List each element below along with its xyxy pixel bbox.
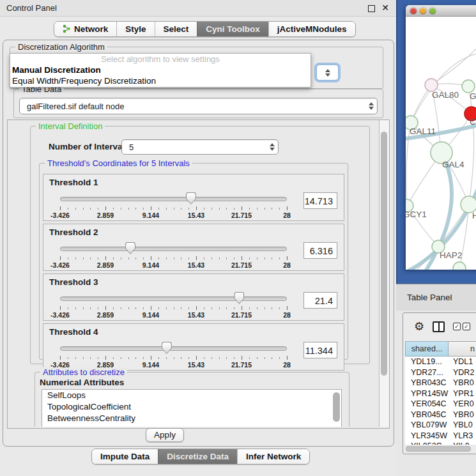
- select-columns-icon[interactable]: ✓ ✓: [453, 323, 470, 330]
- table-data-combobox[interactable]: galFiltered.sif default node: [19, 98, 378, 114]
- table-row[interactable]: YIL052CYIL0: [405, 441, 476, 445]
- slider-thumb[interactable]: [162, 342, 172, 354]
- list-scrollbar[interactable]: [333, 392, 340, 422]
- network-edge[interactable]: [431, 43, 476, 85]
- cell-shared-name: YDR27...: [405, 367, 449, 378]
- slider-track[interactable]: [60, 346, 287, 351]
- network-canvas-svg: GAL80GACGAL11GAL4GCY1HHAP2: [406, 17, 476, 270]
- horizontal-scrollbar-thumb[interactable]: [406, 446, 471, 452]
- minimize-traffic-light[interactable]: [420, 8, 426, 14]
- close-icon[interactable]: ✕: [381, 3, 389, 13]
- threshold-value-field[interactable]: 11.344: [303, 342, 337, 358]
- apply-button[interactable]: Apply: [146, 428, 184, 442]
- numerical-attributes-list[interactable]: SelfLoopsTopologicalCoefficientBetweenne…: [42, 389, 342, 427]
- node-label-hap2: HAP2: [440, 250, 462, 260]
- threshold-value-field[interactable]: 21.4: [303, 292, 337, 309]
- checkbox-icon: ✓: [453, 323, 461, 330]
- threshold-slider[interactable]: -3.4262.8599.14415.4321.71528: [60, 341, 287, 369]
- slider-thumb[interactable]: [234, 292, 244, 304]
- dropdown-item-manual-discretization[interactable]: Manual Discretization: [10, 65, 311, 75]
- number-of-intervals-combobox[interactable]: 5: [121, 139, 279, 155]
- slider-thumb[interactable]: [125, 242, 135, 254]
- network-view-window[interactable]: GAL80GACGAL11GAL4GCY1HHAP2: [406, 5, 476, 270]
- network-node[interactable]: [453, 262, 466, 270]
- cell-shared-name: YBL079W: [405, 420, 449, 431]
- tab-jactivemnodules[interactable]: jActiveMNodules: [268, 22, 355, 36]
- tab-style[interactable]: Style: [116, 22, 154, 36]
- tab-label: Impute Data: [100, 452, 150, 461]
- combo-arrows-icon: [266, 143, 278, 151]
- table-row[interactable]: YLR345WYLR3: [405, 431, 476, 441]
- bottom-tab-bar: Impute DataDiscretize DataInfer Network: [91, 449, 310, 464]
- tab-discretize-data[interactable]: Discretize Data: [158, 449, 237, 464]
- column-header-shared-name[interactable]: shared...: [405, 341, 449, 357]
- network-node[interactable]: [425, 79, 438, 91]
- column-header-name[interactable]: n: [449, 341, 476, 357]
- network-canvas[interactable]: GAL80GACGAL11GAL4GCY1HHAP2: [406, 17, 476, 270]
- combo-arrows-icon: [365, 102, 377, 110]
- tab-cyni-toolbox[interactable]: Cyni Toolbox: [197, 22, 268, 36]
- attribute-item-selfloops[interactable]: SelfLoops: [42, 390, 341, 401]
- threshold-panel: Threshold 3 -3.4262.8599.14415.4321.7152…: [43, 273, 344, 321]
- network-window-titlebar[interactable]: [406, 5, 476, 17]
- table-row[interactable]: YPR145WYPR1: [405, 388, 476, 399]
- split-view-icon[interactable]: [433, 321, 445, 332]
- interval-definition-group: Interval Definition Number of Intervals …: [30, 126, 370, 364]
- slider-tick-labels: -3.4262.8599.14415.4321.71528: [60, 311, 287, 319]
- slider-track[interactable]: [60, 296, 287, 301]
- tab-label: jActiveMNodules: [277, 24, 347, 34]
- threshold-value-field[interactable]: 6.316: [303, 242, 337, 259]
- table-row[interactable]: YBR045CYBR0: [405, 410, 476, 420]
- float-window-icon[interactable]: [368, 5, 375, 12]
- table-row[interactable]: YDL19...YDL1: [405, 357, 476, 367]
- table-row[interactable]: YBR043CYBR0: [405, 378, 476, 388]
- network-icon: [63, 24, 71, 35]
- node-label-gal11: GAL11: [410, 127, 436, 136]
- tab-select[interactable]: Select: [155, 22, 197, 36]
- table-data-selected-value: galFiltered.sif default node: [20, 102, 365, 111]
- cell-name: YBR0: [449, 410, 476, 420]
- slider-thumb[interactable]: [186, 192, 196, 204]
- cell-shared-name: YDL19...: [405, 357, 449, 367]
- numerical-attributes-label: Numerical Attributes: [40, 378, 124, 387]
- threshold-slider[interactable]: -3.4262.8599.14415.4321.71528: [60, 291, 287, 319]
- slider-ticks: [60, 256, 287, 261]
- node-label-gal4: GAL4: [442, 160, 464, 169]
- dropdown-item-equal-width-frequency[interactable]: Equal Width/Frequency Discretization: [10, 75, 311, 86]
- node-label-ga: GA: [470, 91, 476, 101]
- tab-impute-data[interactable]: Impute Data: [92, 449, 158, 464]
- attribute-item-topologicalcoefficient[interactable]: TopologicalCoefficient: [42, 401, 341, 413]
- tab-network[interactable]: Network: [54, 22, 116, 36]
- tab-label: Network: [74, 24, 108, 34]
- threshold-panel: Threshold 4 -3.4262.8599.14415.4321.7152…: [43, 323, 344, 371]
- number-of-intervals-value: 5: [122, 142, 266, 152]
- algorithm-combobox[interactable]: [316, 65, 339, 81]
- threshold-value-field[interactable]: 14.713: [303, 192, 337, 209]
- interval-definition-title: Interval Definition: [36, 121, 105, 131]
- table-data-group: Table Data galFiltered.sif default node: [13, 89, 383, 118]
- close-traffic-light[interactable]: [410, 8, 417, 14]
- cell-name: YLR3: [449, 431, 476, 441]
- vertical-scrollbar-thumb[interactable]: [381, 132, 387, 376]
- vertical-scrollbar[interactable]: [379, 120, 389, 427]
- attribute-item-betweennesscentrality[interactable]: BetweennessCentrality: [42, 413, 341, 424]
- slider-track[interactable]: [60, 247, 287, 251]
- settings-viewport: Interval Definition Number of Intervals …: [8, 120, 380, 427]
- table-panel-header: Table Panel: [396, 284, 476, 312]
- threshold-panel: Threshold 2 -3.4262.8599.14415.4321.7152…: [43, 224, 344, 271]
- zoom-traffic-light[interactable]: [429, 8, 436, 14]
- cell-shared-name: YIL052C: [405, 441, 449, 445]
- gear-icon[interactable]: ⚙: [414, 321, 424, 332]
- threshold-label: Threshold 1: [49, 178, 98, 187]
- tab-label: Infer Network: [246, 452, 301, 461]
- cell-name: YER0: [449, 399, 476, 410]
- threshold-slider[interactable]: -3.4262.8599.14415.4321.71528: [60, 192, 287, 220]
- table-row[interactable]: YBL079WYBL0: [405, 420, 476, 431]
- network-node[interactable]: [462, 80, 475, 93]
- slider-track[interactable]: [60, 197, 287, 201]
- tab-infer-network[interactable]: Infer Network: [237, 449, 309, 464]
- algorithm-dropdown-popup: Select algorithm to view settings Manual…: [10, 53, 311, 88]
- table-row[interactable]: YDR27...YDR2: [405, 367, 476, 378]
- threshold-slider[interactable]: -3.4262.8599.14415.4321.71528: [60, 242, 287, 270]
- table-row[interactable]: YER054CYER0: [405, 399, 476, 410]
